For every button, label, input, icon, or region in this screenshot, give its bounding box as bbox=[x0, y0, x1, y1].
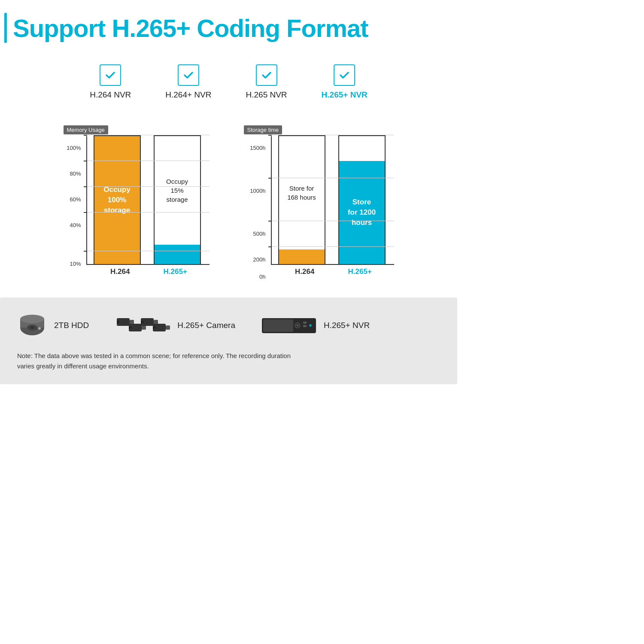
product-row: 2TB HDD bbox=[17, 310, 440, 340]
nvr-icon bbox=[261, 314, 317, 337]
compat-item: H.264 NVR bbox=[90, 64, 131, 100]
svg-point-21 bbox=[297, 325, 298, 326]
memory-bar-full: Occupy100%storage bbox=[94, 135, 141, 264]
svg-point-11 bbox=[129, 326, 131, 329]
product-name: 2TB HDD bbox=[54, 321, 89, 330]
camera-icon bbox=[115, 313, 170, 338]
grid-line bbox=[87, 161, 210, 161]
check-box bbox=[334, 64, 355, 86]
memory-chart: Memory Usage 100%80%60%40%10% Occupy100%… bbox=[64, 125, 210, 276]
storage-chart-area: 1500h1000h500h200h0h Store for168 hoursS… bbox=[244, 136, 394, 276]
svg-rect-10 bbox=[142, 325, 146, 330]
compat-label: H.264 NVR bbox=[90, 90, 131, 100]
bar-xlabel: H.264 bbox=[97, 267, 144, 276]
product-name: H.265+ NVR bbox=[324, 321, 370, 330]
charts-section: Memory Usage 100%80%60%40%10% Occupy100%… bbox=[0, 108, 457, 285]
storage-y-label: 500h bbox=[253, 231, 266, 237]
svg-rect-7 bbox=[130, 320, 134, 324]
storage-bars-row: Store for168 hoursStorefor 1200hours bbox=[271, 136, 394, 265]
storage-grid-line bbox=[272, 178, 394, 178]
header: Support H.265+ Coding Format bbox=[0, 0, 457, 52]
memory-chart-tag: Memory Usage bbox=[64, 125, 108, 134]
storage-chart-tag: Storage time bbox=[244, 125, 283, 134]
storage-bar-xlabel: H.264 bbox=[281, 267, 328, 276]
memory-y-axis: 100%80%60%40%10% bbox=[64, 147, 83, 276]
storage-bar-outer: Store for168 hours bbox=[278, 135, 325, 264]
memory-bars-row: Occupy100%storageOccupy15%storage bbox=[86, 136, 210, 265]
svg-point-24 bbox=[309, 324, 312, 327]
hdd-icon bbox=[17, 310, 47, 340]
grid-line bbox=[87, 251, 210, 251]
svg-rect-22 bbox=[303, 322, 307, 324]
storage-bar-xlabel: H.265+ bbox=[336, 267, 383, 276]
bar-text: Occupy15%storage bbox=[166, 177, 188, 204]
compat-label: H.264+ NVR bbox=[165, 90, 211, 100]
svg-rect-13 bbox=[154, 320, 158, 324]
storage-bar-outer: Storefor 1200hours bbox=[338, 135, 386, 264]
svg-point-17 bbox=[153, 326, 155, 329]
svg-rect-16 bbox=[166, 325, 170, 330]
compat-label: H.265+ NVR bbox=[322, 90, 368, 100]
storage-y-label: 1000h bbox=[250, 188, 265, 194]
grid-line bbox=[87, 186, 210, 187]
compat-label: H.265 NVR bbox=[246, 90, 287, 100]
storage-bar-text: Store for168 hours bbox=[287, 184, 316, 202]
page-title: Support H.265+ Coding Format bbox=[13, 14, 368, 43]
svg-point-2 bbox=[20, 315, 44, 323]
y-axis-label: 100% bbox=[67, 145, 81, 151]
bar-xlabel: H.265+ bbox=[152, 267, 199, 276]
svg-point-14 bbox=[141, 321, 143, 323]
storage-y-label: 200h bbox=[253, 257, 266, 262]
product-item: 2TB HDD bbox=[17, 310, 89, 340]
grid-line bbox=[87, 212, 210, 213]
header-bar bbox=[4, 13, 7, 43]
product-item: H.265+ Camera bbox=[115, 313, 235, 338]
svg-rect-23 bbox=[303, 325, 307, 327]
y-axis-label: 60% bbox=[70, 197, 81, 202]
product-name: H.265+ Camera bbox=[177, 321, 235, 330]
storage-y-label: 0h bbox=[259, 274, 265, 279]
grid-line bbox=[87, 135, 210, 135]
y-axis-label: 40% bbox=[70, 222, 81, 228]
svg-point-4 bbox=[30, 326, 34, 329]
compat-item: H.265 NVR bbox=[246, 64, 287, 100]
page-wrapper: Support H.265+ Coding Format H.264 NVR H… bbox=[0, 0, 457, 384]
note-text: Note: The data above was tested in a com… bbox=[17, 351, 440, 371]
product-item: H.265+ NVR bbox=[261, 314, 370, 337]
storage-y-label: 1500h bbox=[250, 145, 265, 151]
svg-point-8 bbox=[117, 321, 119, 323]
check-box bbox=[100, 64, 121, 86]
storage-grid-line bbox=[272, 221, 394, 221]
check-box bbox=[178, 64, 199, 86]
memory-bar-outer: Occupy15%storage bbox=[154, 135, 201, 264]
check-box bbox=[256, 64, 277, 86]
bar-text: Occupy100%storage bbox=[103, 185, 130, 215]
storage-y-axis: 1500h1000h500h200h0h bbox=[244, 147, 267, 276]
memory-chart-area: 100%80%60%40%10% Occupy100%storageOccupy… bbox=[64, 136, 210, 276]
svg-rect-19 bbox=[263, 319, 293, 332]
y-axis-label: 10% bbox=[70, 261, 81, 267]
compat-item: H.265+ NVR bbox=[322, 64, 368, 100]
compat-item: H.264+ NVR bbox=[165, 64, 211, 100]
storage-chart: Storage time 1500h1000h500h200h0h Store … bbox=[244, 125, 394, 276]
storage-grid-line bbox=[272, 135, 394, 135]
storage-grid-line bbox=[272, 246, 394, 247]
storage-bar-text: Storefor 1200hours bbox=[348, 197, 376, 228]
compat-row: H.264 NVR H.264+ NVR H.265 NVR H.265+ NV… bbox=[0, 52, 457, 108]
svg-point-5 bbox=[38, 327, 41, 330]
y-axis-label: 80% bbox=[70, 171, 81, 176]
bottom-section: 2TB HDD bbox=[0, 298, 457, 384]
